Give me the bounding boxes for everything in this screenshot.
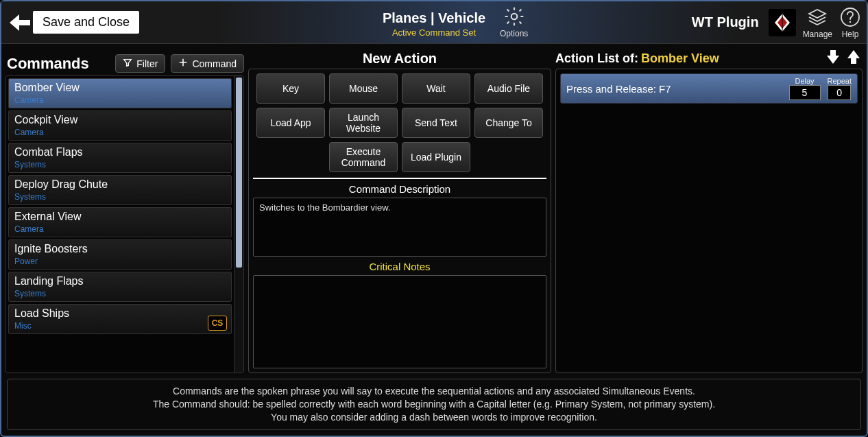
command-item-category: Systems xyxy=(14,160,226,169)
action-row[interactable]: Press and Release: F7DelayRepeat xyxy=(560,73,858,104)
action-type-button[interactable]: Change To xyxy=(474,108,543,138)
filter-button[interactable]: Filter xyxy=(115,54,165,73)
scrollbar-thumb[interactable] xyxy=(236,78,242,268)
action-type-button[interactable]: Load Plugin xyxy=(402,142,470,172)
command-list-body: Bomber ViewCameraCockpit ViewCameraComba… xyxy=(6,76,234,373)
command-item[interactable]: Ignite BoostersPower xyxy=(8,239,232,270)
repeat-input[interactable] xyxy=(828,85,851,100)
profile-title: Planes | Vehicle Active Command Set xyxy=(378,6,490,38)
commands-panel: Commands Filter Command Bomber ViewCamer… xyxy=(5,48,244,373)
main-area: Commands Filter Command Bomber ViewCamer… xyxy=(1,44,867,376)
command-item-category: Camera xyxy=(14,128,226,137)
svg-point-2 xyxy=(849,21,851,22)
critical-notes-input[interactable] xyxy=(253,275,546,368)
command-item-category: Misc xyxy=(14,321,226,331)
command-item-name: External View xyxy=(14,211,226,223)
command-item[interactable]: Bomber ViewCamera xyxy=(8,78,232,108)
action-type-grid: KeyMouseWaitAudio FileLoad AppLaunch Web… xyxy=(253,73,546,179)
command-item-category: Power xyxy=(14,257,226,266)
commands-title: Commands xyxy=(5,55,89,73)
command-item-category: Systems xyxy=(14,192,226,202)
delay-label: Delay xyxy=(795,77,814,85)
hint-panel: Commands are the spoken phrase you will … xyxy=(7,379,861,430)
command-item-name: Deploy Drag Chute xyxy=(14,178,226,191)
hint-line-2: The Command should: be spelled correctly… xyxy=(16,398,852,411)
action-type-button[interactable]: Mouse xyxy=(329,73,398,104)
manage-label: Manage xyxy=(803,29,832,39)
help-label: Help xyxy=(842,29,859,39)
profile-title-sub: Active Command Set xyxy=(378,27,490,38)
repeat-field: Repeat xyxy=(828,77,852,100)
scrollbar[interactable] xyxy=(234,76,243,373)
critical-notes-label: Critical Notes xyxy=(253,261,546,272)
new-action-body: KeyMouseWaitAudio FileLoad AppLaunch Web… xyxy=(248,69,551,373)
options-button[interactable]: Options xyxy=(500,5,528,38)
commands-header: Commands Filter Command xyxy=(5,48,244,73)
delay-input[interactable] xyxy=(789,85,821,100)
action-type-button[interactable]: Audio File xyxy=(474,73,543,104)
help-button[interactable]: Help xyxy=(839,6,861,39)
action-list-header: Action List of: Bomber View xyxy=(555,48,863,69)
new-action-title: New Action xyxy=(248,48,551,69)
back-arrow-icon[interactable] xyxy=(7,10,33,36)
command-item-category: Camera xyxy=(14,224,226,234)
command-item-category: Systems xyxy=(14,289,226,298)
action-type-button[interactable]: Send Text xyxy=(402,108,470,138)
action-list-title-prefix: Action List of: xyxy=(555,51,638,66)
app-window: Save and Close Planes | Vehicle Active C… xyxy=(0,0,868,437)
delay-field: Delay xyxy=(789,77,821,100)
manage-button[interactable]: Manage xyxy=(803,6,832,39)
action-list-body: Press and Release: F7DelayRepeat xyxy=(555,69,863,373)
help-icon xyxy=(839,6,861,31)
action-list-panel: Action List of: Bomber View Press and Re… xyxy=(555,48,863,373)
save-and-close-button[interactable]: Save and Close xyxy=(33,11,139,34)
command-item[interactable]: External ViewCamera xyxy=(8,207,232,237)
profile-title-main: Planes | Vehicle xyxy=(378,6,490,29)
command-item-name: Ignite Boosters xyxy=(14,243,226,255)
filter-icon xyxy=(123,58,132,69)
add-command-label: Command xyxy=(192,58,237,69)
svg-point-0 xyxy=(511,14,517,20)
action-row-label: Press and Release: F7 xyxy=(566,83,782,95)
command-item-category: Camera xyxy=(14,95,226,105)
repeat-label: Repeat xyxy=(828,77,852,85)
action-type-button[interactable]: Load App xyxy=(256,108,325,138)
command-item[interactable]: Load ShipsMiscCS xyxy=(8,304,232,334)
action-type-button[interactable]: Launch Website xyxy=(329,108,398,138)
command-item-name: Bomber View xyxy=(14,82,226,94)
svg-point-1 xyxy=(841,8,859,26)
command-list: Bomber ViewCameraCockpit ViewCameraComba… xyxy=(5,75,244,373)
command-item-name: Landing Flaps xyxy=(14,275,226,287)
gear-icon xyxy=(503,5,525,30)
command-item-name: Cockpit View xyxy=(14,114,226,126)
action-type-button[interactable]: Key xyxy=(256,73,325,104)
command-description-label: Command Description xyxy=(253,183,546,195)
command-item[interactable]: Landing FlapsSystems xyxy=(8,272,232,302)
command-item-badge: CS xyxy=(208,316,227,331)
options-label: Options xyxy=(500,29,528,38)
command-item[interactable]: Deploy Drag ChuteSystems xyxy=(8,175,232,205)
command-item-name: Combat Flaps xyxy=(14,146,226,158)
command-description-input[interactable]: Switches to the Bombardier view. xyxy=(253,198,546,257)
top-bar: Save and Close Planes | Vehicle Active C… xyxy=(1,1,867,44)
top-right-cluster: WT Plugin Manage xyxy=(692,6,861,39)
add-command-button[interactable]: Command xyxy=(171,54,244,73)
new-action-panel: New Action KeyMouseWaitAudio FileLoad Ap… xyxy=(248,48,551,373)
command-item[interactable]: Cockpit ViewCamera xyxy=(8,110,232,141)
action-type-button[interactable]: Wait xyxy=(402,73,470,104)
command-item-name: Load Ships xyxy=(14,307,226,320)
hint-line-1: Commands are the spoken phrase you will … xyxy=(16,385,852,398)
plugin-logo-icon xyxy=(769,9,796,36)
plugin-name: WT Plugin xyxy=(692,14,759,30)
move-down-button[interactable] xyxy=(824,49,842,68)
action-list-title-target: Bomber View xyxy=(641,51,719,66)
plus-icon xyxy=(178,58,188,69)
manage-icon xyxy=(806,6,828,31)
move-up-button[interactable] xyxy=(845,49,863,68)
hint-line-3: You may also consider adding a dash betw… xyxy=(16,411,852,424)
filter-label: Filter xyxy=(136,58,158,69)
command-item[interactable]: Combat FlapsSystems xyxy=(8,143,232,173)
action-type-button[interactable]: Execute Command xyxy=(329,142,398,172)
